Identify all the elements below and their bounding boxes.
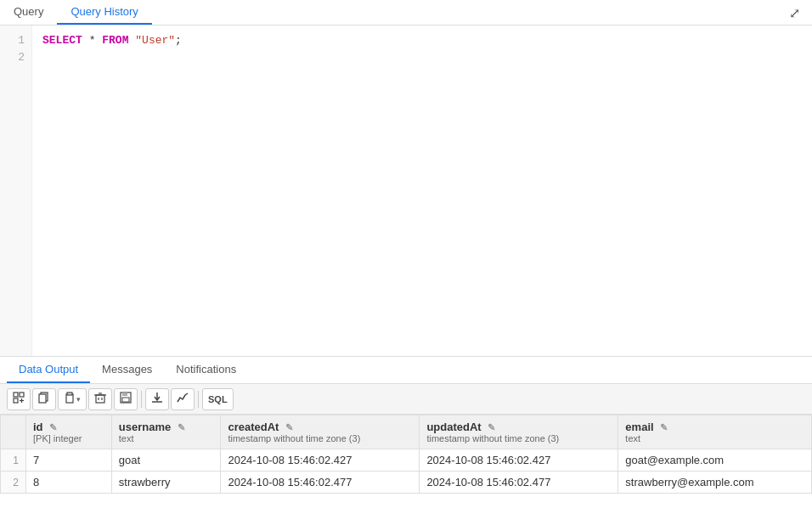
row-1-createdat[interactable]: 2024-10-08 15:46:02.427 [221, 449, 420, 472]
copy-button[interactable] [32, 388, 56, 410]
edit-id-icon[interactable]: ✎ [49, 422, 57, 432]
row-2-createdat[interactable]: 2024-10-08 15:46:02.477 [221, 472, 420, 494]
save-icon [120, 392, 132, 406]
table-row: 2 8 strawberry 2024-10-08 15:46:02.477 2… [1, 472, 812, 494]
download-icon [151, 392, 163, 406]
row-2-num: 2 [1, 472, 26, 494]
line-number-2: 2 [0, 49, 31, 66]
row-1-username[interactable]: goat [111, 449, 221, 472]
row-2-updatedat[interactable]: 2024-10-08 15:46:02.477 [420, 472, 618, 494]
table-header-row: id ✎ [PK] integer username ✎ text create… [1, 415, 812, 449]
row-1-num: 1 [1, 449, 26, 472]
toolbar-separator-2 [198, 391, 199, 408]
graph-button[interactable] [171, 388, 195, 410]
row-2-email[interactable]: strawberry@example.com [618, 472, 812, 494]
tab-notifications[interactable]: Notifications [164, 357, 248, 383]
row-1-email[interactable]: goat@example.com [618, 449, 812, 472]
editor-line-1: SELECT * FROM "User"; [42, 32, 802, 49]
graph-icon [177, 392, 189, 406]
paste-dropdown-icon: ▾ [76, 395, 81, 404]
copy-icon [38, 392, 50, 406]
edit-updatedat-icon[interactable]: ✎ [488, 422, 495, 432]
add-row-icon [13, 392, 25, 406]
line-number-1: 1 [0, 32, 31, 49]
bottom-section: Data Output Messages Notifications [0, 357, 812, 512]
svg-rect-15 [122, 393, 127, 396]
save-button[interactable] [114, 388, 138, 410]
data-table-container[interactable]: id ✎ [PK] integer username ✎ text create… [0, 415, 812, 512]
add-row-button[interactable] [7, 388, 31, 410]
sql-editor: 1 2 SELECT * FROM "User"; [0, 25, 812, 357]
toolbar-separator-1 [141, 391, 142, 408]
svg-rect-1 [20, 393, 24, 397]
svg-rect-8 [67, 393, 72, 395]
col-rownum [1, 415, 26, 449]
col-id: id ✎ [PK] integer [26, 415, 112, 449]
svg-rect-0 [14, 393, 18, 397]
svg-rect-2 [14, 398, 18, 403]
data-toolbar: ▾ [0, 384, 812, 415]
edit-username-icon[interactable]: ✎ [178, 422, 185, 432]
col-email: email ✎ text [618, 415, 812, 449]
sql-label: SQL [208, 394, 228, 404]
col-username: username ✎ text [111, 415, 221, 449]
tab-query[interactable]: Query [0, 0, 57, 25]
bottom-tab-bar: Data Output Messages Notifications [0, 357, 812, 384]
editor-line-2 [42, 49, 802, 66]
svg-rect-9 [96, 395, 104, 403]
edit-email-icon[interactable]: ✎ [660, 422, 668, 432]
row-1-id[interactable]: 7 [26, 449, 112, 472]
edit-createdat-icon[interactable]: ✎ [285, 422, 293, 432]
tab-data-output[interactable]: Data Output [7, 357, 90, 383]
col-updatedat: updatedAt ✎ timestamp without time zone … [420, 415, 618, 449]
col-createdat: createdAt ✎ timestamp without time zone … [221, 415, 420, 449]
sql-button[interactable]: SQL [202, 388, 234, 410]
table-row: 1 7 goat 2024-10-08 15:46:02.427 2024-10… [1, 449, 812, 472]
data-table: id ✎ [PK] integer username ✎ text create… [0, 415, 812, 494]
editor-content[interactable]: SELECT * FROM "User"; [32, 25, 812, 356]
paste-icon [64, 392, 76, 406]
expand-button[interactable]: ⤢ [784, 3, 805, 23]
svg-rect-16 [122, 398, 129, 402]
row-2-username[interactable]: strawberry [111, 472, 221, 494]
tab-query-history[interactable]: Query History [57, 0, 151, 25]
delete-icon [94, 392, 106, 406]
row-1-updatedat[interactable]: 2024-10-08 15:46:02.427 [420, 449, 618, 472]
row-2-id[interactable]: 8 [26, 472, 112, 494]
top-tab-bar: Query Query History ⤢ [0, 0, 812, 25]
paste-button[interactable]: ▾ [58, 388, 87, 410]
delete-button[interactable] [88, 388, 112, 410]
line-numbers: 1 2 [0, 25, 32, 356]
download-button[interactable] [145, 388, 169, 410]
tab-messages[interactable]: Messages [90, 357, 164, 383]
svg-rect-6 [39, 394, 46, 403]
